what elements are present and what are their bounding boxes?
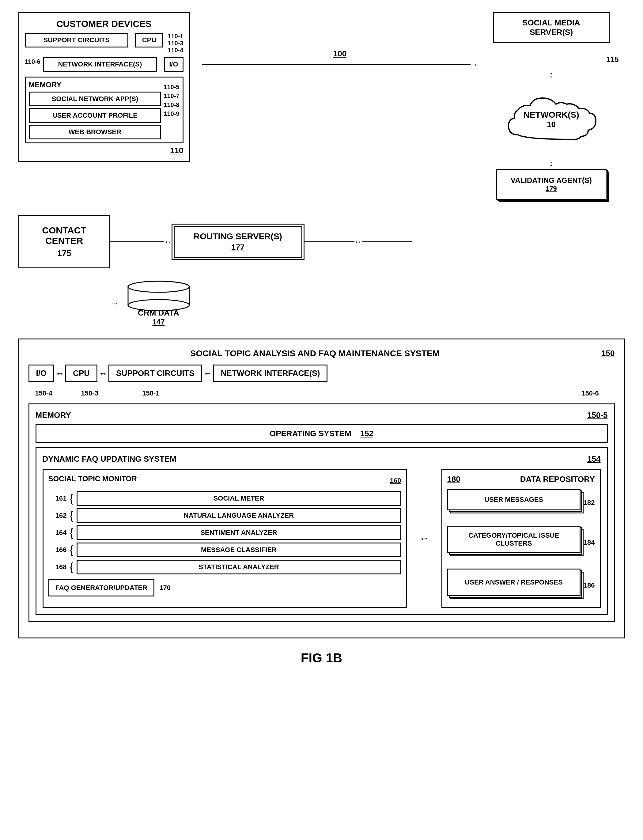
dr-ref-182: 182 — [584, 499, 595, 507]
rs-network-arrow: ↔ — [305, 237, 412, 246]
dynamic-faq-title: DYNAMIC FAQ UPDATING SYSTEM — [42, 454, 176, 464]
stm-item-stat-analyzer: STATISTICAL ANALYZER — [77, 560, 401, 574]
dr-item-user-messages: USER MESSAGES 182 — [447, 489, 595, 517]
network-cloud-label: NETWORK(S) 10 — [524, 110, 579, 129]
stm-ref-168: 168 — [48, 563, 67, 571]
crm-data-title: CRM DATA — [138, 308, 179, 318]
ms-memory-ref: 150-5 — [587, 411, 608, 420]
stm-row-162: 162 { NATURAL LANGUAGE ANALYZER — [48, 508, 401, 523]
crm-row: → CRM DATA 147 — [18, 281, 625, 326]
cd-web-browser-box: WEB BROWSER — [29, 125, 162, 139]
top-area-wrapper: CUSTOMER DEVICES SUPPORT CIRCUITS CPU 11… — [18, 12, 625, 326]
customer-devices-box: CUSTOMER DEVICES SUPPORT CIRCUITS CPU 11… — [18, 12, 190, 162]
ms-memory-label: MEMORY — [36, 411, 71, 420]
cd-io-box: I/O — [164, 57, 183, 72]
hw-arrow-3: ↔ — [202, 369, 213, 378]
ms-network-interfaces-box: NETWORK INTERFACE(S) — [213, 365, 328, 382]
ms-memory-header: MEMORY 150-5 — [36, 411, 608, 420]
hw-sub-labels: 150-4 150-3 150-1 150-6 — [28, 389, 615, 397]
ref-110-main: 110 — [25, 146, 183, 155]
ms-cpu-box: CPU — [65, 365, 98, 382]
routing-server-title: ROUTING SERVER(S) — [186, 232, 290, 241]
dynamic-faq-header: DYNAMIC FAQ UPDATING SYSTEM 154 — [42, 454, 601, 464]
ref-110-8: 110-8 — [163, 101, 179, 108]
crm-cylinder-svg — [125, 281, 193, 311]
dr-ref-186: 186 — [584, 581, 595, 589]
main-system-box: SOCIAL TOPIC ANALYSIS AND FAQ MAINTENANC… — [18, 339, 625, 638]
stm-bracket-5: { — [70, 561, 73, 574]
os-box: OPERATING SYSTEM 152 — [36, 424, 608, 443]
network-ref-100: 100 — [333, 49, 346, 59]
ms-memory-outer: MEMORY 150-5 OPERATING SYSTEM 152 DYNAMI… — [28, 403, 615, 622]
dynamic-faq-ref: 154 — [587, 454, 601, 464]
dynamic-faq-box: DYNAMIC FAQ UPDATING SYSTEM 154 SOCIAL T… — [36, 447, 608, 615]
cd-user-account-profile-box: USER ACCOUNT PROFILE — [29, 108, 162, 123]
network-cloud: NETWORK(S) 10 — [499, 86, 604, 153]
routing-server-ref: 177 — [186, 243, 290, 252]
ref-110-5: 110-5 — [163, 84, 179, 91]
stm-item-nla: NATURAL LANGUAGE ANALYZER — [77, 508, 401, 523]
hw-arrow-2: ↔ — [98, 369, 108, 378]
diagram-container: CUSTOMER DEVICES SUPPORT CIRCUITS CPU 11… — [18, 12, 625, 665]
dr-ref: 180 — [447, 475, 460, 484]
ms-sc-ref: 150-1 — [121, 389, 182, 397]
crm-data-area: CRM DATA 147 — [125, 281, 193, 326]
stm-dr-arrow: ↔ — [419, 469, 429, 608]
faq-content-row: SOCIAL TOPIC MONITOR 160 161 { SOCIAL ME… — [42, 469, 601, 608]
faq-generator-box: FAQ GENERATOR/UPDATER — [48, 579, 155, 597]
right-column: SOCIAL MEDIA SERVER(S) 115 ↕ NETWORK(S) … — [478, 12, 625, 206]
data-repository: 180 DATA REPOSITORY USER MESSAGES 182 — [441, 469, 601, 608]
dr-category-box: CATEGORY/TOPICAL ISSUE CLUSTERS — [447, 526, 581, 553]
stm-item-social-meter: SOCIAL METER — [77, 491, 401, 506]
contact-center-ref: 175 — [30, 248, 98, 258]
stm-row-164: 164 { SENTIMENT ANALYZER — [48, 525, 401, 540]
stm-ref-164: 164 — [48, 529, 67, 537]
dr-user-messages-box: USER MESSAGES — [447, 489, 581, 511]
ref-110-3: 110-3 — [168, 40, 183, 47]
social-topic-monitor: SOCIAL TOPIC MONITOR 160 161 { SOCIAL ME… — [42, 469, 407, 608]
cd-support-circuits-box: SUPPORT CIRCUITS — [25, 33, 128, 47]
routing-server-area: ROUTING SERVER(S) 177 — [171, 223, 305, 260]
cd-social-network-app-box: SOCIAL NETWORK APP(S) — [29, 91, 162, 106]
stm-ref: 160 — [390, 477, 401, 484]
contact-center-area: CONTACT CENTER 175 — [18, 215, 110, 268]
svg-point-3 — [128, 281, 189, 292]
ms-ni-ref: 150-6 — [566, 389, 615, 397]
ref-110-7: 110-7 — [163, 93, 179, 99]
ref-110-9: 110-9 — [163, 110, 179, 117]
ref-110-1: 110-1 — [168, 33, 183, 40]
stm-bracket-2: { — [70, 509, 73, 522]
cd-memory-label: MEMORY — [29, 81, 162, 89]
center-arrow-area: 100 → — [202, 12, 478, 69]
ref-115: 115 — [606, 55, 619, 64]
fig-label: FIG 1B — [18, 651, 625, 665]
stm-item-msg-classifier: MESSAGE CLASSIFIER — [77, 543, 401, 557]
social-media-title: SOCIAL MEDIA SERVER(S) — [503, 18, 599, 37]
stm-bracket-1: { — [70, 492, 73, 505]
faq-generator-ref: 170 — [159, 584, 171, 592]
dr-item-category: CATEGORY/TOPICAL ISSUE CLUSTERS 184 — [447, 526, 595, 559]
dr-user-answer-box: USER ANSWER / RESPONSES — [447, 569, 581, 596]
ms-io-box: I/O — [28, 365, 54, 382]
ms-io-ref: 150-4 — [28, 389, 59, 397]
stm-items-list: 161 { SOCIAL METER 162 { NATURAL LANGUAG… — [48, 491, 401, 574]
middle-section: CONTACT CENTER 175 ↔ ROUTING SERVER(S) 1… — [18, 215, 625, 268]
faq-generator-row: FAQ GENERATOR/UPDATER 170 — [48, 579, 401, 597]
stm-row-168: 168 { STATISTICAL ANALYZER — [48, 560, 401, 574]
validating-agents-title: VALIDATING AGENT(S) — [511, 176, 592, 185]
stm-bracket-4: { — [70, 543, 73, 556]
stm-item-sentiment: SENTIMENT ANALYZER — [77, 525, 401, 540]
main-system-title: SOCIAL TOPIC ANALYSIS AND FAQ MAINTENANC… — [28, 349, 602, 359]
cd-cpu-box: CPU — [135, 33, 163, 47]
contact-center-title: CONTACT CENTER — [30, 225, 98, 246]
customer-devices-region: CUSTOMER DEVICES SUPPORT CIRCUITS CPU 11… — [18, 12, 202, 162]
ref-110-4: 110-4 — [168, 47, 183, 54]
stm-bracket-3: { — [70, 526, 73, 539]
social-media-server-box: SOCIAL MEDIA SERVER(S) — [493, 12, 610, 43]
customer-devices-title: CUSTOMER DEVICES — [25, 19, 183, 29]
dr-item-user-answer: USER ANSWER / RESPONSES 186 — [447, 569, 595, 602]
stm-ref-162: 162 — [48, 512, 67, 520]
cc-rs-arrow: ↔ — [110, 237, 171, 246]
validating-agents-ref: 179 — [545, 185, 557, 193]
ref-110-6: 110-6 — [25, 58, 41, 65]
